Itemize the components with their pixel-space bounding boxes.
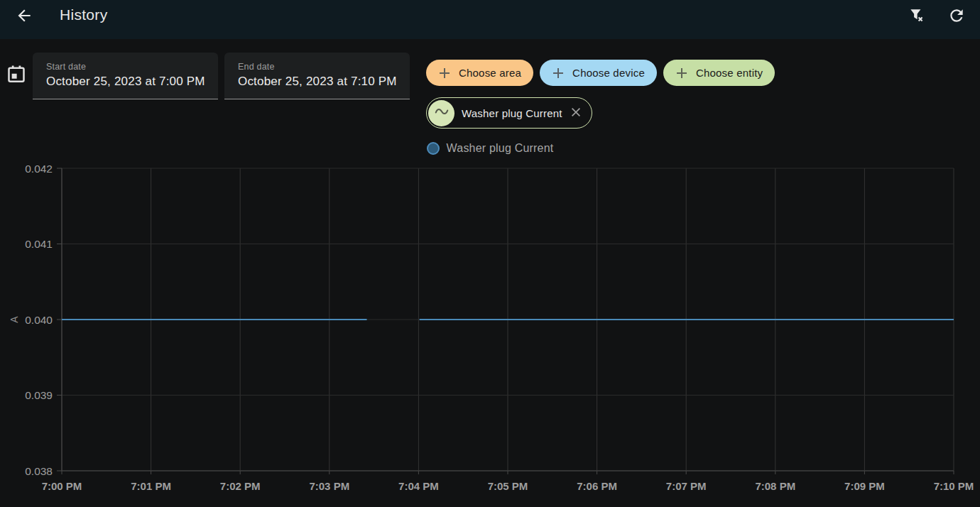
x-axis-tick-label: 7:09 PM <box>844 480 885 492</box>
x-axis-tick-label: 7:10 PM <box>934 480 974 492</box>
y-axis-unit-label: A <box>9 316 20 323</box>
y-axis-tick-label: 0.038 <box>25 465 53 477</box>
x-axis-tick-label: 7:08 PM <box>755 480 795 492</box>
x-axis-tick-label: 7:07 PM <box>666 480 707 492</box>
x-axis-tick-label: 7:03 PM <box>309 480 349 492</box>
history-page: History Start date O <box>0 0 980 507</box>
x-axis-tick-label: 7:00 PM <box>42 480 82 492</box>
y-axis-tick-label: 0.041 <box>25 238 53 250</box>
x-axis-tick-label: 7:01 PM <box>131 480 171 492</box>
y-axis-tick-label: 0.039 <box>25 389 53 401</box>
x-axis-tick-label: 7:06 PM <box>577 480 617 492</box>
x-axis-tick-label: 7:02 PM <box>220 480 261 492</box>
x-axis-tick-label: 7:05 PM <box>488 480 528 492</box>
y-axis-tick-label: 0.040 <box>25 314 53 326</box>
y-axis-tick-label: 0.042 <box>25 163 53 175</box>
history-chart[interactable]: 7:00 PM7:01 PM7:02 PM7:03 PM7:04 PM7:05 … <box>0 0 980 507</box>
x-axis-tick-label: 7:04 PM <box>398 480 439 492</box>
